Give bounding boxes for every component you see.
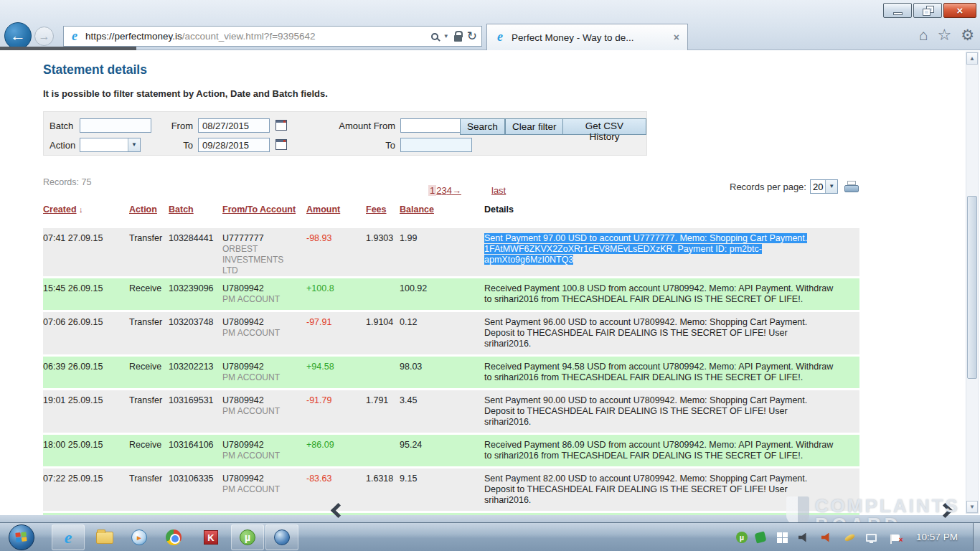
tray-brush-icon[interactable] [844, 532, 855, 543]
header-balance[interactable]: Balance [400, 204, 434, 215]
pagination-page-link[interactable]: 4 [447, 185, 452, 196]
chrome-icon[interactable] [165, 529, 182, 546]
row-fees [366, 440, 400, 466]
row-batch: 103164106 [169, 440, 222, 466]
favorites-star-icon[interactable]: ☆ [937, 27, 951, 43]
pagination-page-link[interactable]: 3 [441, 185, 446, 196]
kmplayer-icon[interactable]: K [202, 529, 220, 546]
account-number: U7809942 [222, 283, 301, 294]
row-amount: +94.58 [306, 362, 366, 388]
account-number: U7809942 [222, 474, 301, 484]
search-icon[interactable] [431, 33, 438, 40]
row-fees: 1.9303 [366, 233, 400, 276]
statement-row: 07:22 25.09.15Transfer103106335U7809942P… [43, 468, 859, 511]
tray-utorrent-icon[interactable]: µ [736, 532, 748, 543]
scrollbar-thumb[interactable] [967, 196, 977, 379]
taskbar-clock[interactable]: 10:57 PM [911, 532, 963, 542]
tray-volume-icon[interactable] [798, 532, 809, 543]
chevron-down-icon: ▼ [128, 138, 140, 151]
window-bottom-frame [0, 515, 980, 522]
header-fees[interactable]: Fees [366, 204, 387, 215]
row-action: Receive [129, 440, 169, 466]
row-account: U7809942PM ACCOUNT [222, 283, 306, 310]
settings-gear-icon[interactable]: ⚙ [961, 27, 974, 43]
batch-input[interactable] [80, 118, 151, 133]
row-details: Sent Payment 96.00 USD to account U78099… [484, 317, 859, 354]
row-amount: -91.79 [306, 395, 366, 433]
header-batch[interactable]: Batch [169, 204, 194, 215]
ie-favicon-icon: e [68, 30, 81, 43]
taskbar-utorrent-button[interactable]: µ [231, 524, 264, 550]
pagination-current-page: 1 [428, 185, 436, 196]
search-dropdown-icon[interactable]: ▼ [443, 33, 449, 39]
tray-phone-icon[interactable] [755, 532, 766, 543]
header-from-to-account[interactable]: From/To Account [222, 204, 296, 215]
date-from-input[interactable] [198, 118, 270, 133]
show-desktop-button[interactable] [973, 523, 980, 551]
tab-favicon-icon: e [494, 31, 507, 44]
header-created[interactable]: Created [43, 204, 77, 215]
row-details: Received Payment 86.09 USD from account … [484, 440, 859, 466]
records-per-page-value: 20 [811, 180, 825, 193]
row-balance: 100.92 [400, 283, 484, 310]
url-text[interactable]: https://perfectmoney.is/account_view.htm… [85, 31, 431, 42]
pagination-page-link[interactable]: → [452, 185, 461, 196]
statement-row: 15:45 26.09.15Receive103239096U7809942PM… [43, 278, 859, 310]
vertical-scrollbar[interactable]: ▲ ▼ [966, 52, 979, 514]
row-batch: 103169531 [169, 395, 222, 433]
back-button[interactable]: ← [4, 22, 32, 50]
restore-button[interactable] [913, 3, 942, 18]
scroll-down-icon[interactable]: ▼ [966, 501, 978, 513]
pagination-page-link[interactable]: 2 [436, 185, 441, 196]
print-icon[interactable] [844, 181, 859, 192]
amount-to-input[interactable] [400, 138, 472, 152]
statement-row: 07:41 27.09.15Transfer103284441U7777777O… [43, 228, 859, 276]
row-details: Received Payment 100.8 USD from account … [484, 283, 859, 310]
tray-network-icon[interactable] [865, 532, 877, 543]
search-button[interactable]: Search [460, 118, 505, 135]
close-icon: × [944, 4, 976, 17]
action-select[interactable]: ▼ [80, 138, 141, 152]
statement-rows: 07:41 27.09.15Transfer103284441U7777777O… [43, 228, 859, 515]
statement-row: 19:01 25.09.15Transfer103169531U7809942P… [43, 390, 859, 433]
row-created: 07:22 25.09.15 [43, 474, 129, 511]
account-number: U7809942 [222, 440, 301, 451]
row-details-text: Sent Payment 90.00 USD to account U78099… [484, 395, 807, 427]
calendar-from-icon[interactable] [275, 120, 287, 131]
row-account: U7809942PM ACCOUNT [222, 362, 306, 388]
forward-button[interactable]: → [34, 27, 54, 46]
minimize-button[interactable] [883, 3, 912, 18]
row-details-text: Sent Payment 96.00 USD to account U78099… [484, 317, 807, 349]
refresh-icon[interactable]: ↻ [467, 30, 477, 42]
tray-action-center-icon[interactable]: × [890, 532, 901, 543]
clear-filter-button[interactable]: Clear filter [505, 118, 564, 135]
header-amount[interactable]: Amount [306, 204, 340, 215]
home-icon[interactable]: ⌂ [919, 27, 928, 43]
address-bar[interactable]: e https://perfectmoney.is/account_view.h… [63, 26, 482, 47]
pagination-last-link[interactable]: last [491, 185, 506, 196]
media-player-icon[interactable]: ► [131, 529, 148, 546]
file-explorer-icon[interactable] [96, 529, 113, 546]
calendar-to-icon[interactable] [275, 139, 287, 150]
start-button[interactable] [9, 524, 34, 550]
tray-audio-manager-icon[interactable] [821, 532, 832, 543]
taskbar-torch-button[interactable] [265, 524, 298, 550]
tray-windows-icon[interactable] [776, 532, 788, 543]
records-per-page: Records per page: 20 ▼ [730, 179, 859, 194]
header-action[interactable]: Action [129, 204, 157, 215]
scroll-up-icon[interactable]: ▲ [966, 52, 978, 65]
date-to-input[interactable] [198, 138, 270, 152]
get-csv-history-button[interactable]: Get CSV History [562, 118, 646, 135]
minimize-icon [893, 12, 903, 15]
row-account: U7777777ORBEST INVESTMENTS LTD [222, 233, 306, 276]
tab-close-icon[interactable]: × [672, 32, 681, 43]
records-per-page-select[interactable]: 20 ▼ [810, 179, 838, 194]
close-button[interactable]: × [943, 3, 976, 18]
row-created: 07:41 27.09.15 [43, 233, 129, 276]
row-account: U7809942PM ACCOUNT [222, 395, 306, 433]
browser-tab[interactable]: e Perfect Money - Way to de... × [486, 24, 688, 50]
row-action: Receive [129, 362, 169, 388]
window-controls: × [883, 3, 976, 18]
taskbar-ie-button[interactable]: e [52, 524, 85, 550]
row-batch: 103202213 [169, 362, 222, 388]
